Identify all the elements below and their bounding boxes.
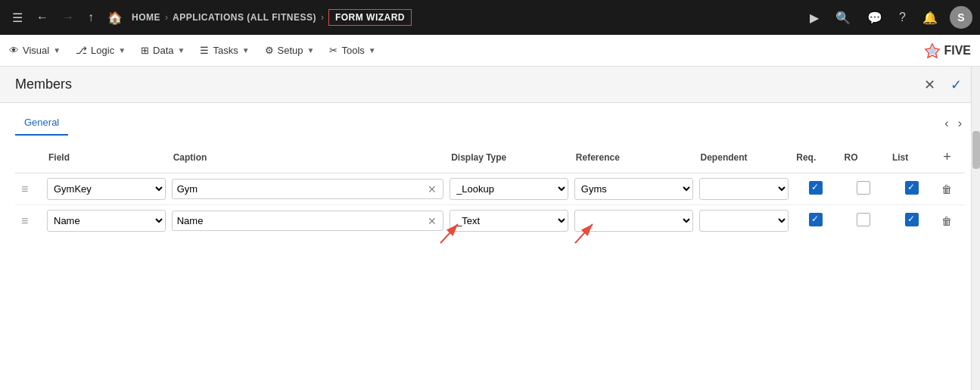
req-cell-1 xyxy=(792,173,839,205)
scrollbar-thumb[interactable] xyxy=(972,131,980,169)
breadcrumb-app[interactable]: APPLICATIONS (ALL FITNESS) xyxy=(173,12,316,23)
nav-visual[interactable]: 👁 Visual ▼ xyxy=(9,42,61,59)
forward-icon[interactable]: → xyxy=(58,8,79,27)
five-logo: FIVE xyxy=(924,42,971,59)
reference-select-2[interactable] xyxy=(574,210,693,232)
caption-cell-1: ✕ xyxy=(169,173,446,205)
avatar[interactable]: S xyxy=(950,6,972,29)
notification-icon[interactable]: 🔔 xyxy=(918,8,942,28)
list-checkbox-2[interactable] xyxy=(905,213,919,226)
tools-icon: ✂ xyxy=(329,45,338,56)
nav-logic[interactable]: ⎇ Logic ▼ xyxy=(76,42,126,59)
field-select-1[interactable]: GymKey xyxy=(47,178,166,200)
req-checkbox-2[interactable] xyxy=(809,213,823,226)
tab-next-button[interactable]: › xyxy=(955,115,965,132)
dependent-select-1[interactable] xyxy=(699,178,789,200)
col-add: + xyxy=(935,142,965,173)
reference-cell-1: Gyms xyxy=(571,173,696,205)
page-title: Members xyxy=(15,76,72,92)
breadcrumb: 🏠 HOME › APPLICATIONS (ALL FITNESS) › FO… xyxy=(103,8,801,28)
visual-icon: 👁 xyxy=(9,45,19,56)
caption-input-1[interactable] xyxy=(177,179,426,198)
nav-logic-label: Logic xyxy=(91,45,114,56)
nav-setup-label: Setup xyxy=(278,45,303,56)
sec-nav: 👁 Visual ▼ ⎇ Logic ▼ ⊞ Data ▼ ☰ Tasks ▼ … xyxy=(0,35,980,67)
display-type-cell-2: _Text xyxy=(446,205,571,237)
up-icon[interactable]: ↑ xyxy=(83,8,98,27)
tabs: General ‹ › xyxy=(15,103,965,136)
display-type-select-1[interactable]: _Lookup xyxy=(450,178,568,200)
table-row: ≡ GymKey ✕ _Lookup xyxy=(15,173,965,205)
col-reference: Reference xyxy=(571,142,696,173)
tab-prev-button[interactable]: ‹ xyxy=(941,115,951,132)
field-cell-2: Name xyxy=(44,205,169,237)
breadcrumb-sep-1: › xyxy=(165,12,168,23)
caption-input-2[interactable] xyxy=(177,211,426,230)
req-cell-2 xyxy=(792,205,839,237)
col-ro: RO xyxy=(840,142,888,173)
nav-data-label: Data xyxy=(153,45,173,56)
logic-caret: ▼ xyxy=(118,46,126,55)
nav-tools[interactable]: ✂ Tools ▼ xyxy=(329,42,375,59)
visual-caret: ▼ xyxy=(53,46,61,55)
sec-nav-left: 👁 Visual ▼ ⎇ Logic ▼ ⊞ Data ▼ ☰ Tasks ▼ … xyxy=(9,42,376,59)
tab-nav: ‹ › xyxy=(941,115,965,132)
five-logo-text: FIVE xyxy=(944,44,971,58)
tab-general[interactable]: General xyxy=(15,111,68,136)
caption-clear-1[interactable]: ✕ xyxy=(426,183,438,195)
back-icon[interactable]: ← xyxy=(32,8,53,27)
page-actions: ✕ ✓ xyxy=(921,73,965,96)
delete-row-2[interactable]: 🗑 xyxy=(938,212,955,230)
delete-row-1[interactable]: 🗑 xyxy=(938,180,955,198)
col-field: Field xyxy=(44,142,169,173)
data-icon: ⊞ xyxy=(141,45,149,56)
field-select-2[interactable]: Name xyxy=(47,210,166,232)
delete-cell-1: 🗑 xyxy=(935,173,965,205)
drag-handle-2[interactable]: ≡ xyxy=(15,205,44,237)
dependent-cell-2 xyxy=(696,205,792,237)
ro-checkbox-2[interactable] xyxy=(857,213,870,226)
five-logo-icon xyxy=(924,42,941,59)
scrollbar-track[interactable] xyxy=(971,67,980,390)
delete-cell-2: 🗑 xyxy=(935,205,965,237)
drag-icon-2: ≡ xyxy=(18,214,31,227)
drag-handle-1[interactable]: ≡ xyxy=(15,173,44,205)
nav-setup[interactable]: ⚙ Setup ▼ xyxy=(265,42,315,59)
setup-icon: ⚙ xyxy=(265,45,274,56)
help-icon[interactable]: ? xyxy=(894,8,910,27)
table-row: ≡ Name ✕ _Text xyxy=(15,205,965,237)
caption-input-wrapper-2: ✕ xyxy=(172,211,443,231)
req-checkbox-1[interactable] xyxy=(809,181,823,195)
menu-icon[interactable]: ☰ xyxy=(8,8,27,28)
confirm-button[interactable]: ✓ xyxy=(947,73,965,96)
ro-checkbox-1[interactable] xyxy=(857,181,870,195)
field-cell-1: GymKey xyxy=(44,173,169,205)
breadcrumb-home[interactable]: HOME xyxy=(132,12,160,23)
add-row-button[interactable]: + xyxy=(940,148,954,167)
nav-data[interactable]: ⊞ Data ▼ xyxy=(141,42,185,59)
col-caption: Caption xyxy=(169,142,446,173)
caption-clear-2[interactable]: ✕ xyxy=(426,215,438,227)
caption-input-wrapper-1: ✕ xyxy=(172,179,443,199)
nav-tasks[interactable]: ☰ Tasks ▼ xyxy=(200,42,249,59)
display-type-select-2[interactable]: _Text xyxy=(450,210,568,232)
dependent-select-2[interactable] xyxy=(699,210,789,232)
data-caret: ▼ xyxy=(178,46,185,55)
logic-icon: ⎇ xyxy=(76,45,87,56)
chat-icon[interactable]: 💬 xyxy=(863,8,887,28)
breadcrumb-active[interactable]: FORM WIZARD xyxy=(328,9,412,26)
search-icon[interactable]: 🔍 xyxy=(831,8,855,28)
close-button[interactable]: ✕ xyxy=(921,73,938,96)
breadcrumb-sep-2: › xyxy=(321,12,324,23)
reference-select-1[interactable]: Gyms xyxy=(574,178,693,200)
tools-caret: ▼ xyxy=(369,46,376,55)
drag-icon-1: ≡ xyxy=(18,183,31,195)
page-header: Members ✕ ✓ xyxy=(0,67,980,103)
col-dependent: Dependent xyxy=(696,142,792,173)
tasks-icon: ☰ xyxy=(200,45,209,56)
list-checkbox-1[interactable] xyxy=(905,181,919,195)
ro-cell-1 xyxy=(840,173,888,205)
reference-cell-2 xyxy=(571,205,696,237)
display-type-cell-1: _Lookup xyxy=(446,173,571,205)
play-icon[interactable]: ▶ xyxy=(805,8,823,28)
